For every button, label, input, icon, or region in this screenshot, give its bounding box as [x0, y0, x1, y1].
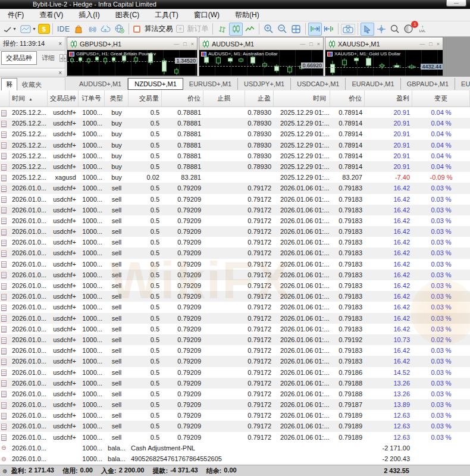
tab-usdcad[interactable]: USDCAD+,M1 — [291, 78, 346, 90]
tab-navigator-common[interactable]: 释 — [1, 78, 17, 92]
table-row[interactable]: 2026.01.0... usdchf+ 1000... sell 0.5 0.… — [0, 205, 470, 215]
tab-favorites[interactable]: 收藏夹 — [18, 79, 46, 91]
chart-titlebar[interactable]: XAUUSD+,M1 — □ × — [325, 37, 443, 50]
table-row[interactable]: 2025.12.2... usdchf+ 1000... buy 0.5 0.7… — [0, 140, 470, 151]
chart-titlebar[interactable]: GBPUSD+,H1 — □ × — [67, 37, 197, 50]
table-row[interactable]: 2025.12.2... usdchf+ 1000... buy 0.5 0.7… — [0, 151, 470, 161]
cloud-button[interactable] — [99, 23, 112, 36]
header-change[interactable]: 变更 — [412, 90, 470, 107]
chart-titlebar[interactable]: AUDUSD+,M1 — □ × — [199, 37, 323, 50]
table-row[interactable]: 2026.01.0... usdchf+ 1000... sell 0.5 0.… — [0, 324, 470, 334]
table-row[interactable]: 2026.01.0... usdchf+ 1000... sell 0.5 0.… — [0, 270, 470, 280]
chart-plot[interactable]: AUDUSD+, M1: Australian Dollar 0.66920 — [199, 50, 323, 76]
header-stop-loss[interactable]: 止损 — [203, 90, 245, 107]
notifications-button[interactable]: 1 — [402, 23, 415, 36]
chart-window-gbpusd[interactable]: GBPUSD+,H1 — □ × GBPUSD+, H1: Great Brit… — [67, 37, 198, 76]
table-row[interactable]: 2026.01.0... usdchf+ 1000... sell 0.5 0.… — [0, 345, 470, 356]
tile-windows-button[interactable] — [289, 23, 303, 36]
auto-scroll-button[interactable] — [308, 23, 322, 36]
table-row[interactable]: 2025.12.2... xagusd 1000... buy 0.02 83.… — [0, 172, 470, 183]
bar-chart-button[interactable] — [215, 23, 229, 36]
cursor-button[interactable] — [361, 23, 374, 36]
maximize-icon[interactable]: □ — [429, 41, 432, 47]
tab-symbols[interactable]: 交易品种 — [1, 51, 37, 65]
table-row[interactable]: 2026.01.0... usdchf+ 1000... sell 0.5 0.… — [0, 410, 470, 421]
menu-tools[interactable]: 工具(T) — [147, 9, 186, 21]
header-open-time[interactable]: 时间▲ — [10, 90, 48, 107]
table-row[interactable]: 2025.12.2... usdchf+ 1000... buy 0.5 0.7… — [0, 129, 470, 139]
community-button[interactable] — [112, 23, 126, 36]
menu-help[interactable]: 帮助(H) — [227, 9, 267, 21]
close-icon[interactable]: × — [317, 41, 320, 47]
close-icon[interactable]: × — [437, 41, 440, 47]
table-row[interactable]: 2026.01.0... usdchf+ 1000... sell 0.5 0.… — [0, 237, 470, 248]
table-row[interactable]: 2026.01.0... usdchf+ 1000... sell 0.5 0.… — [0, 259, 470, 270]
header-order[interactable]: 订单号 — [79, 90, 105, 107]
header-take-profit[interactable]: 止盈 — [245, 90, 274, 107]
table-row[interactable]: 2026.01.0... usdchf+ 1000... sell 0.5 0.… — [0, 378, 470, 389]
header-type[interactable]: 类型 — [105, 90, 129, 107]
chart-plot[interactable]: XAUUSD+, M1: Gold US Dollar 4432.44 — [325, 50, 443, 76]
line-style-dropdown[interactable]: ▼ — [2, 23, 18, 36]
zoom-in-button[interactable] — [262, 23, 275, 36]
new-order-button[interactable]: + 新订单 — [174, 23, 210, 36]
menu-window[interactable]: 窗口(W) — [186, 9, 227, 21]
table-row[interactable]: 2026.01.0... usdchf+ 1000... sell 0.5 0.… — [0, 302, 470, 312]
minimize-icon[interactable]: — — [419, 41, 425, 47]
table-row[interactable]: 2026.01.0... usdchf+ 1000... sell 0.5 0.… — [0, 421, 470, 431]
maximize-icon[interactable]: □ — [183, 41, 186, 47]
menu-insert[interactable]: 插入(I) — [71, 9, 107, 21]
table-row[interactable]: 2026.01.0... usdchf+ 1000... sell 0.5 0.… — [0, 215, 470, 226]
tab-nzdusd[interactable]: NZDUSD+,M1 — [128, 78, 183, 90]
window-minimize-button[interactable]: — — [446, 0, 466, 7]
table-row[interactable]: 2026.01.0... usdchf+ 1000... sell 0.5 0.… — [0, 280, 470, 291]
table-row[interactable]: 2025.12.2... usdchf+ 1000... buy 0.5 0.7… — [0, 118, 470, 129]
tab-eurnzd[interactable]: EURN — [455, 78, 470, 90]
chart-shift-button[interactable] — [322, 23, 336, 36]
table-row[interactable]: 2026.01.0... usdchf+ 1000... sell 0.5 0.… — [0, 399, 470, 410]
chart-profile-dropdown[interactable]: ▼ — [18, 23, 38, 36]
scroll-left-icon[interactable]: ◂ — [59, 54, 63, 62]
maximize-icon[interactable]: □ — [309, 41, 312, 47]
table-row[interactable]: 2026.01.0... usdchf+ 1000... sell 0.5 0.… — [0, 367, 470, 378]
signal-button[interactable]: ((o)) — [85, 23, 99, 36]
close-icon[interactable]: × — [58, 70, 62, 76]
close-icon[interactable]: × — [58, 40, 62, 47]
chart-window-xauusd[interactable]: XAUUSD+,M1 — □ × XAUUSD+, M1: Gold US Do… — [325, 37, 443, 76]
chart-plot[interactable]: GBPUSD+, H1: Great Britain Pound v — [67, 50, 197, 76]
table-row[interactable]: 2026.01.0... usdchf+ 1000... sell 0.5 0.… — [0, 389, 470, 399]
table-row[interactable]: 2026.01.0... usdchf+ 1000... sell 0.5 0.… — [0, 432, 470, 443]
table-row[interactable]: 2026.01.0... usdchf+ 1000... sell 0.5 0.… — [0, 334, 470, 345]
close-icon[interactable]: × — [191, 41, 194, 47]
candlestick-chart-button[interactable] — [229, 23, 243, 36]
dollar-coin-button[interactable]: $ — [38, 24, 50, 34]
table-row[interactable]: 2026.01.0... usdchf+ 1000... sell 0.5 0.… — [0, 248, 470, 258]
table-row[interactable]: 2025.12.2... usdchf+ 1000... buy 0.5 0.7… — [0, 161, 470, 172]
header-price[interactable]: 价位 — [162, 90, 203, 107]
tab-eurusd[interactable]: EURUSD+,M1 — [183, 78, 238, 90]
table-row[interactable]: 2026.01.0... usdchf+ 1000... sell 0.5 0.… — [0, 194, 470, 205]
screenshot-button[interactable] — [341, 24, 355, 35]
table-row[interactable]: 2026.01.0... usdchf+ 1000... sell 0.5 0.… — [0, 183, 470, 193]
table-row[interactable]: 2026.01.0... usdchf+ 1000... sell 0.5 0.… — [0, 226, 470, 237]
menu-file[interactable]: 件(F) — [0, 9, 32, 21]
line-chart-button[interactable] — [243, 23, 256, 36]
tab-audusd[interactable]: AUDUSD+,M1 — [73, 78, 128, 90]
tab-details[interactable]: 详细 — [37, 52, 59, 64]
ide-button[interactable]: IDE — [55, 23, 72, 36]
minimize-icon[interactable]: — — [300, 41, 305, 47]
table-row[interactable]: 2025.12.2... usdchf+ 1000... buy 0.5 0.7… — [0, 107, 470, 118]
header-volume[interactable]: 交易量 — [129, 90, 162, 107]
header-close-price[interactable]: 价位 — [330, 90, 365, 107]
table-row[interactable]: 2026.01.0... usdchf+ 1000... sell 0.5 0.… — [0, 356, 470, 367]
zoom-out-button[interactable] — [275, 23, 289, 36]
tab-usdjpy[interactable]: USDJPY+,M1 — [238, 78, 291, 90]
market-button[interactable] — [71, 23, 85, 36]
tab-gbpaud[interactable]: GBPAUD+,M1 — [401, 78, 455, 90]
menu-view[interactable]: 查看(V) — [32, 9, 71, 21]
minimize-icon[interactable]: — — [174, 41, 179, 47]
search-button[interactable] — [388, 23, 402, 36]
table-row[interactable]: 2026.01.0... usdchf+ 1000... sell 0.5 0.… — [0, 291, 470, 302]
header-close-time[interactable]: 时间 — [274, 90, 330, 107]
tab-euraud[interactable]: EURAUD+,M1 — [346, 78, 400, 90]
